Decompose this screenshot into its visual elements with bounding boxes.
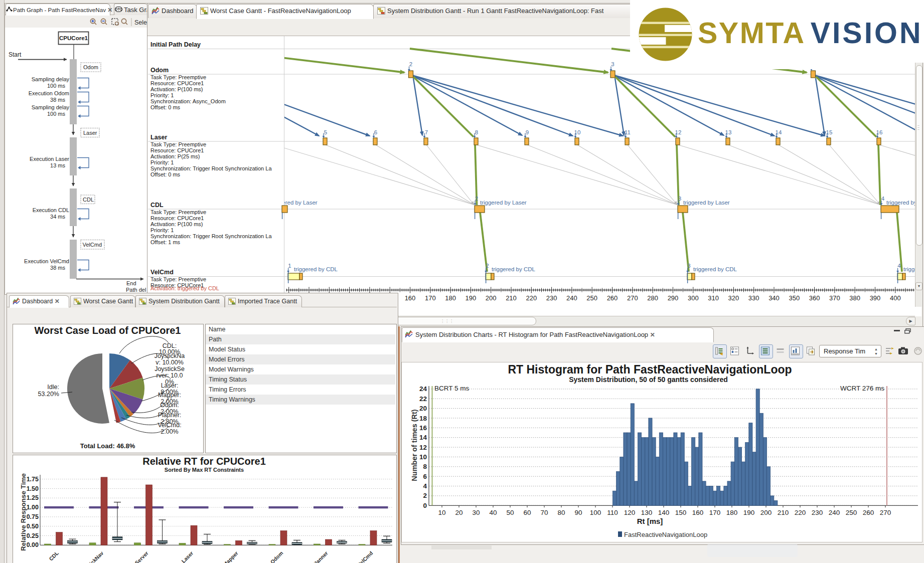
svg-text:4: 4 (423, 482, 427, 490)
svg-text:4: 4 (881, 196, 885, 202)
svg-text:OTO: OTO (115, 8, 122, 11)
svg-text:1.00: 1.00 (27, 504, 39, 511)
svg-text:18: 18 (419, 415, 427, 422)
svg-text:200: 200 (760, 509, 772, 516)
svg-text:240: 240 (829, 509, 840, 516)
svg-text:160: 160 (692, 509, 704, 516)
svg-text:BCRT 5 ms: BCRT 5 ms (434, 385, 470, 392)
svg-text:200: 200 (486, 294, 497, 302)
svg-text:0.00: 0.00 (27, 541, 39, 548)
svg-text:250: 250 (586, 294, 597, 302)
svg-text:60: 60 (523, 509, 531, 516)
svg-text:380: 380 (849, 294, 860, 302)
svg-text:190: 190 (466, 294, 477, 302)
svg-text:140: 140 (658, 509, 670, 516)
svg-text:34 ms: 34 ms (50, 214, 65, 220)
svg-text:Odom: Odom (269, 550, 284, 563)
svg-text:210: 210 (778, 509, 789, 516)
svg-text:120: 120 (624, 509, 636, 516)
svg-text:14: 14 (419, 434, 427, 441)
svg-text:2: 2 (409, 61, 412, 67)
svg-text:8: 8 (423, 463, 427, 470)
svg-text:340: 340 (768, 294, 780, 302)
svg-text:130: 130 (641, 509, 653, 516)
svg-text:CDL: CDL (48, 550, 60, 562)
svg-text:12: 12 (419, 444, 427, 451)
svg-text:360: 360 (809, 294, 820, 302)
svg-text:VelCmd: VelCmd (83, 242, 102, 248)
svg-text:0.50: 0.50 (27, 523, 39, 530)
svg-text:0.25: 0.25 (27, 532, 39, 539)
svg-text:1.50: 1.50 (27, 485, 39, 492)
svg-text:10: 10 (419, 453, 427, 461)
svg-text:390: 390 (870, 294, 881, 302)
svg-text:0.75: 0.75 (27, 513, 39, 520)
svg-text:100: 100 (590, 509, 601, 516)
svg-text:CPUCore1: CPUCore1 (59, 35, 88, 41)
svg-text:triggered by Laser: triggered by Laser (683, 200, 730, 206)
svg-text:4: 4 (897, 263, 901, 269)
svg-text:Start: Start (9, 51, 22, 58)
svg-text:Laser: Laser (180, 550, 194, 563)
svg-text:220: 220 (795, 509, 806, 516)
svg-text:260: 260 (607, 294, 618, 302)
svg-text:50: 50 (506, 509, 514, 516)
svg-text:CDL: CDL (83, 197, 94, 203)
svg-text:Path del: Path del (126, 287, 146, 293)
svg-text:3: 3 (678, 196, 681, 202)
svg-text:8: 8 (475, 129, 478, 135)
svg-text:38 ms: 38 ms (50, 97, 65, 103)
svg-text:110: 110 (607, 509, 618, 516)
svg-text:End: End (126, 280, 136, 286)
svg-text:JoystickNav: JoystickNav (79, 550, 105, 563)
svg-text:triggered by Laser: triggered by Laser (271, 200, 318, 206)
svg-text:2: 2 (475, 196, 478, 202)
svg-text:290: 290 (668, 294, 679, 302)
svg-text:250: 250 (846, 509, 857, 516)
svg-text:38 ms: 38 ms (50, 265, 65, 271)
svg-text:VelCmd: VelCmd (356, 550, 374, 563)
svg-text:2: 2 (486, 263, 489, 269)
svg-text:210: 210 (506, 294, 517, 302)
svg-text:270: 270 (880, 509, 891, 516)
svg-text:9: 9 (526, 129, 529, 135)
svg-text:1.25: 1.25 (27, 494, 39, 501)
svg-text:40: 40 (489, 509, 497, 516)
svg-text:1.75: 1.75 (27, 476, 39, 483)
svg-text:Execution Laser: Execution Laser (30, 156, 69, 162)
svg-text:100 ms: 100 ms (47, 111, 66, 117)
svg-text:180: 180 (445, 294, 456, 302)
svg-text:16: 16 (419, 424, 427, 432)
svg-text:270: 270 (627, 294, 638, 302)
svg-text:180: 180 (726, 509, 738, 516)
svg-text:triggered by CDL: triggered by CDL (294, 266, 338, 272)
svg-text:190: 190 (743, 509, 755, 516)
svg-text:Laser: Laser (83, 130, 97, 136)
svg-text:6: 6 (423, 473, 427, 480)
svg-text:Execution VelCmd: Execution VelCmd (24, 258, 69, 264)
svg-text:400: 400 (890, 294, 901, 302)
svg-text:150: 150 (675, 509, 687, 516)
svg-text:20: 20 (455, 509, 463, 516)
svg-text:24: 24 (419, 385, 427, 393)
svg-text:330: 330 (748, 294, 759, 302)
svg-text:320: 320 (728, 294, 739, 302)
svg-text:220: 220 (526, 294, 537, 302)
svg-text:300: 300 (688, 294, 699, 302)
svg-text:10: 10 (438, 509, 445, 516)
svg-text:WCRT 276 ms: WCRT 276 ms (840, 385, 884, 392)
svg-text:5: 5 (324, 129, 327, 135)
svg-text:230: 230 (812, 509, 823, 516)
svg-text:Mapper: Mapper (222, 550, 239, 563)
svg-text:280: 280 (647, 294, 658, 302)
svg-text:Sampling delay: Sampling delay (32, 104, 70, 110)
svg-text:230: 230 (546, 294, 557, 302)
svg-text:3: 3 (611, 61, 614, 67)
svg-text:240: 240 (566, 294, 577, 302)
svg-text:3: 3 (687, 263, 690, 269)
svg-text:80: 80 (557, 509, 565, 516)
svg-text:7: 7 (425, 129, 428, 135)
svg-text:0: 0 (423, 502, 427, 509)
svg-text:Odom: Odom (83, 64, 98, 70)
svg-text:Sampling delay: Sampling delay (32, 76, 70, 82)
